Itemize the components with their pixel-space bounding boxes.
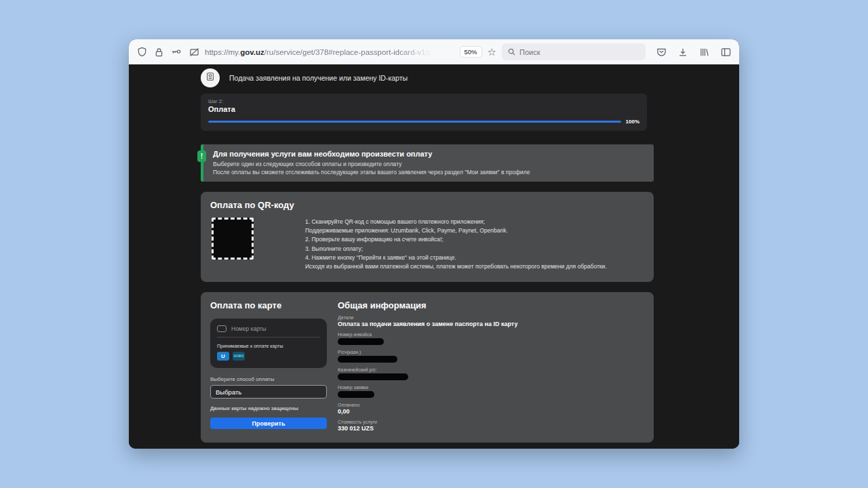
uzcard-logo: U — [217, 352, 229, 361]
alert-line-1: Выберите один из следующих способов опла… — [213, 161, 644, 167]
field-label: Казначейский р/с: — [338, 367, 644, 372]
qr-instruction-line: 2. Проверьте вашу информацию на счете ин… — [305, 235, 607, 244]
passport-icon — [205, 72, 215, 84]
redacted-value — [338, 391, 374, 398]
qr-instruction-line: 3. Выполните оплату; — [305, 245, 607, 253]
qr-section-title: Оплата по QR-коду — [210, 200, 644, 210]
card-number-input[interactable] — [231, 325, 320, 332]
qr-instruction-line: 4. Нажмите кнопку "Перейти к заявке" на … — [305, 253, 607, 262]
field-label: Р/сч(казн.) — [338, 350, 644, 354]
url-bar[interactable]: https://my.gov.uz/ru/service/get/378#rep… — [205, 48, 454, 56]
payment-method-label: Выберите способ оплаты — [210, 376, 327, 382]
info-field-paid: Оплачено 0,00 — [338, 403, 644, 415]
browser-window: https://my.gov.uz/ru/service/get/378#rep… — [129, 39, 739, 449]
field-label: Номер инвойса — [338, 332, 644, 337]
service-avatar — [201, 68, 220, 87]
payment-required-alert: ! Для получения услуги вам необходимо пр… — [201, 144, 654, 182]
page-content: Подача заявления на получение или замену… — [129, 64, 739, 449]
alert-line-2: После оплаты вы сможете отслеживать посл… — [213, 169, 644, 176]
check-button[interactable]: Проверить — [210, 418, 327, 429]
redacted-value — [338, 373, 408, 380]
progress-percent: 100% — [626, 119, 639, 125]
field-label: Номер заявки — [338, 385, 644, 390]
library-icon[interactable] — [699, 47, 709, 57]
card-input-box: Принимаемые к оплате карты U HUMO — [210, 319, 327, 368]
card-payment-section: Оплата по карте Принимаемые к оплате кар… — [201, 292, 654, 443]
qr-instruction-line: Поддерживаемые приложения: Uzumbank, Cli… — [305, 226, 607, 235]
service-header: Подача заявления на получение или замену… — [201, 68, 654, 87]
lock-icon[interactable] — [155, 47, 163, 57]
info-section-title: Общая информация — [338, 300, 644, 310]
accepted-cards-label: Принимаемые к оплате карты — [217, 344, 320, 348]
card-section-title: Оплата по карте — [210, 300, 327, 310]
info-field-application-number: Номер заявки — [338, 385, 644, 398]
sidebar-icon[interactable] — [721, 47, 731, 57]
info-field-treasury-account: Казначейский р/с: — [338, 367, 644, 380]
qr-instructions: 1. Сканируйте QR-код с помощью вашего пл… — [305, 218, 607, 271]
progress-panel: Шаг 2: Оплата 100% — [201, 94, 647, 131]
shield-icon[interactable] — [137, 47, 147, 57]
step-label: Шаг 2: — [208, 98, 639, 104]
payment-method-select[interactable]: Выбрать — [210, 385, 327, 399]
info-field-invoice-number: Номер инвойса — [338, 332, 644, 345]
qr-instruction-line: 1. Сканируйте QR-код с помощью вашего пл… — [305, 218, 607, 226]
search-icon — [508, 46, 515, 58]
redacted-value — [338, 338, 384, 345]
qr-payment-section: Оплата по QR-коду 1. Сканируйте QR-код с… — [201, 192, 654, 282]
field-value: 0,00 — [338, 408, 644, 415]
general-info-section: Общая информация Детали Оплата за подачи… — [338, 300, 644, 432]
progress-bar-fill — [208, 121, 621, 123]
url-text: https://my.gov.uz/ru/service/get/378#rep… — [205, 48, 432, 56]
permissions-icon[interactable] — [171, 48, 182, 56]
bank-card-icon — [217, 325, 226, 332]
field-value: Оплата за подачи заявления о замене пасп… — [338, 321, 644, 327]
info-field-account: Р/сч(казн.) — [338, 350, 644, 363]
zoom-level-badge[interactable]: 50% — [460, 46, 482, 58]
info-field-service-cost: Стоимость услуги 330 012 UZS — [338, 420, 644, 432]
secure-note: Данные карты надежно защищены — [210, 405, 327, 411]
page-title: Подача заявления на получение или замену… — [229, 74, 408, 82]
download-icon[interactable] — [678, 47, 688, 57]
blocked-content-icon[interactable] — [189, 47, 199, 57]
alert-title: Для получения услуги вам необходимо прои… — [213, 150, 644, 158]
field-label: Оплачено — [338, 403, 644, 407]
browser-toolbar: https://my.gov.uz/ru/service/get/378#rep… — [129, 39, 739, 64]
field-label: Стоимость услуги — [338, 420, 644, 424]
bookmark-star-icon[interactable]: ☆ — [488, 47, 496, 57]
qr-instruction-line: Исходя из выбранной вами платежной систе… — [305, 262, 607, 271]
alert-exclamation-icon: ! — [197, 150, 206, 162]
search-input[interactable] — [519, 48, 639, 56]
field-value: 330 012 UZS — [338, 425, 644, 432]
humo-logo: HUMO — [233, 352, 245, 361]
qr-code-image — [212, 218, 254, 260]
step-name: Оплата — [208, 105, 639, 113]
pocket-icon[interactable] — [656, 47, 667, 57]
search-field[interactable] — [502, 43, 646, 60]
progress-bar — [208, 121, 621, 123]
redacted-value — [338, 356, 397, 363]
field-label: Детали — [338, 315, 644, 320]
info-field-details: Детали Оплата за подачи заявления о заме… — [338, 315, 644, 327]
